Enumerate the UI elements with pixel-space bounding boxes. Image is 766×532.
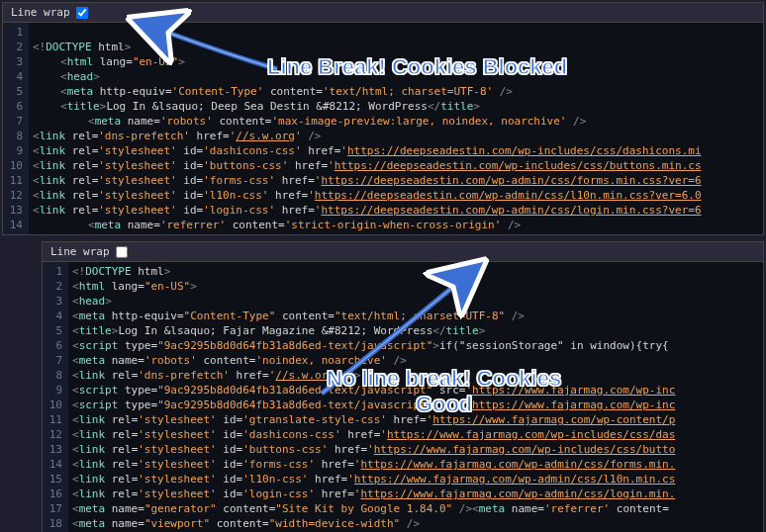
code-line[interactable]: <meta http-equiv="Content-Type" content=… — [72, 309, 759, 323]
line-number: 17 — [47, 501, 62, 516]
code-line[interactable]: <head> — [33, 69, 759, 84]
code-line[interactable]: <link rel='stylesheet' id='buttons-css' … — [72, 442, 759, 457]
line-number: 2 — [47, 279, 62, 294]
code-line[interactable]: <meta name='referrer' content='strict-or… — [33, 218, 759, 232]
line-number: 6 — [7, 99, 23, 114]
top-code[interactable]: <!DOCTYPE html><html lang="en-US"><head>… — [29, 23, 763, 234]
code-line[interactable]: <meta name="viewport" content="width=dev… — [72, 516, 759, 531]
line-number: 2 — [7, 40, 23, 54]
line-number: 13 — [7, 203, 23, 218]
line-number: 6 — [47, 338, 62, 353]
code-line[interactable]: <link rel='stylesheet' id='login-css' hr… — [72, 487, 759, 501]
top-code-panel: Line wrap 1234567891011121314 <!DOCTYPE … — [2, 2, 764, 235]
line-number: 10 — [47, 398, 62, 412]
code-line[interactable]: <!DOCTYPE html> — [33, 40, 759, 54]
code-line[interactable]: <link rel='stylesheet' id='dashicons-css… — [72, 427, 759, 442]
line-wrap-label-bottom[interactable]: Line wrap — [50, 245, 110, 258]
code-line[interactable]: <link rel='dns-prefetch' href='//s.w.org… — [33, 129, 759, 143]
line-number: 5 — [7, 84, 23, 99]
line-wrap-label-top[interactable]: Line wrap — [11, 6, 70, 19]
bottom-code[interactable]: <!DOCTYPE html><html lang="en-US"><head>… — [68, 262, 763, 532]
code-line[interactable]: <meta http-equiv='Content-Type' content=… — [33, 84, 759, 99]
top-code-area: 1234567891011121314 <!DOCTYPE html><html… — [3, 23, 763, 234]
code-line[interactable]: <link rel='stylesheet' id='gtranslate-st… — [72, 412, 759, 427]
bottom-code-panel: Line wrap 123456789101112131415161718 <!… — [42, 241, 764, 532]
code-line[interactable]: <link rel='stylesheet' id='forms-css' hr… — [72, 457, 759, 472]
line-number: 4 — [47, 309, 62, 323]
code-line[interactable] — [33, 25, 759, 40]
line-number: 18 — [47, 516, 62, 531]
top-panel-header: Line wrap — [3, 3, 763, 23]
code-line[interactable]: <link rel='dns-prefetch' href='//s.w.org… — [72, 368, 759, 383]
top-gutter: 1234567891011121314 — [3, 23, 29, 234]
code-line[interactable]: <meta name='robots' content='noindex, no… — [72, 353, 759, 368]
line-number: 3 — [7, 54, 23, 69]
line-number: 4 — [7, 69, 23, 84]
line-number: 13 — [47, 442, 62, 457]
line-number: 1 — [47, 264, 62, 279]
line-number: 8 — [47, 368, 62, 383]
code-line[interactable]: <script type="9ac9295b8d0d64fb31a8d6ed-t… — [72, 338, 759, 353]
bottom-panel-header: Line wrap — [43, 242, 763, 262]
line-number: 10 — [7, 158, 23, 173]
code-line[interactable]: <meta name='robots' content='max-image-p… — [33, 114, 759, 129]
line-wrap-checkbox-top[interactable] — [76, 7, 88, 19]
code-line[interactable]: <link rel='stylesheet' id='l10n-css' hre… — [72, 472, 759, 487]
line-number: 11 — [7, 173, 23, 188]
code-line[interactable]: <html lang="en-US"> — [33, 54, 759, 69]
code-line[interactable]: <meta name="generator" content="Site Kit… — [72, 501, 759, 516]
line-number: 16 — [47, 487, 62, 501]
code-line[interactable]: <link rel='stylesheet' id='forms-css' hr… — [33, 173, 759, 188]
code-line[interactable]: <head> — [72, 294, 759, 309]
line-number: 8 — [7, 129, 23, 143]
code-line[interactable]: <link rel='stylesheet' id='buttons-css' … — [33, 158, 759, 173]
code-line[interactable]: <script type="9ac9295b8d0d64fb31a8d6ed-t… — [72, 398, 759, 412]
line-number: 7 — [47, 353, 62, 368]
code-line[interactable]: <title>Log In &lsaquo; Deep Sea Destin &… — [33, 99, 759, 114]
code-line[interactable]: <link rel='stylesheet' id='l10n-css' hre… — [33, 188, 759, 203]
line-number: 3 — [47, 294, 62, 309]
code-line[interactable]: <link rel='stylesheet' id='dashicons-css… — [33, 143, 759, 158]
bottom-gutter: 123456789101112131415161718 — [43, 262, 68, 532]
code-line[interactable]: <!DOCTYPE html> — [72, 264, 759, 279]
line-number: 15 — [47, 472, 62, 487]
line-number: 7 — [7, 114, 23, 129]
line-number: 9 — [7, 143, 23, 158]
line-number: 9 — [47, 383, 62, 398]
code-line[interactable]: <script type="9ac9295b8d0d64fb31a8d6ed-t… — [72, 383, 759, 398]
line-wrap-checkbox-bottom[interactable] — [116, 246, 128, 258]
line-number: 11 — [47, 412, 62, 427]
line-number: 1 — [7, 25, 23, 40]
line-number: 14 — [47, 457, 62, 472]
line-number: 5 — [47, 323, 62, 338]
bottom-code-area: 123456789101112131415161718 <!DOCTYPE ht… — [43, 262, 763, 532]
line-number: 14 — [7, 218, 23, 232]
code-line[interactable]: <title>Log In &lsaquo; Fajar Magazine &#… — [72, 323, 759, 338]
line-number: 12 — [47, 427, 62, 442]
line-number: 12 — [7, 188, 23, 203]
code-line[interactable]: <html lang="en-US"> — [72, 279, 759, 294]
code-line[interactable]: <link rel='stylesheet' id='login-css' hr… — [33, 203, 759, 218]
